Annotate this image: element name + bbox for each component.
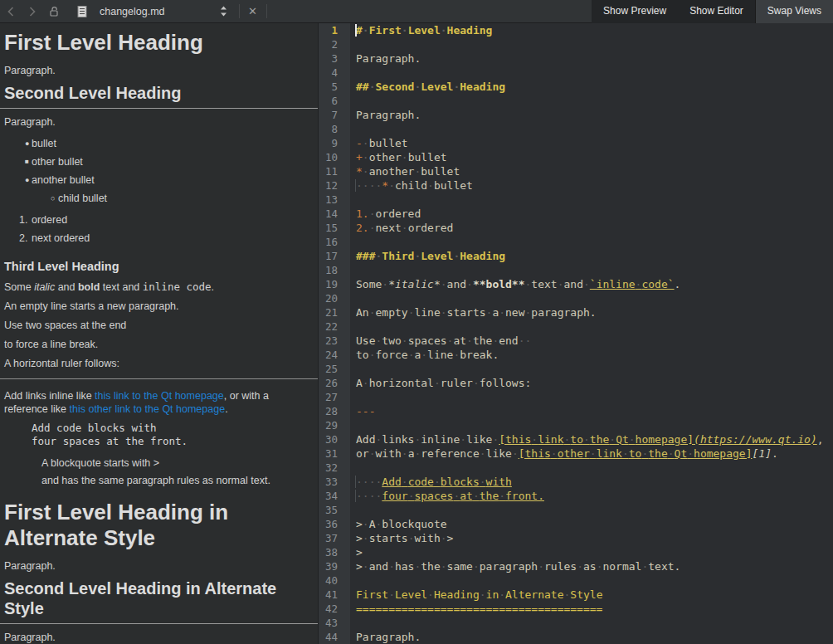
editor-line[interactable]: 19Some·*italic*·and·**bold**·text·and·`i…	[319, 277, 833, 291]
editor-line[interactable]: 40	[319, 573, 833, 588]
show-editor-button[interactable]: Show Editor	[678, 0, 755, 23]
editor-line[interactable]: 7Paragraph.	[319, 108, 833, 122]
editor-line[interactable]: 10+·other·bullet	[319, 150, 833, 164]
editor-line-text[interactable]	[350, 461, 833, 475]
back-icon[interactable]	[0, 0, 22, 22]
preview-link[interactable]: this other link to the Qt homepage	[70, 403, 226, 415]
editor-line[interactable]: 33····Add·code·blocks·with	[319, 475, 833, 489]
editor-line-text[interactable]: to·force·a·line·break.	[350, 348, 833, 362]
editor-line[interactable]: 8	[319, 122, 833, 136]
editor-line[interactable]: 28---	[319, 404, 833, 418]
editor-line[interactable]: 42======================================	[319, 602, 833, 616]
editor-line-text[interactable]: +·other·bullet	[350, 150, 833, 164]
editor-line-text[interactable]: >	[350, 545, 833, 559]
editor-line[interactable]: 24to·force·a·line·break.	[319, 348, 833, 362]
forward-icon[interactable]	[22, 0, 43, 22]
show-preview-button[interactable]: Show Preview	[592, 0, 678, 23]
editor-line-text[interactable]	[350, 193, 833, 207]
editor-line-text[interactable]: or·with·a·reference·like·[this·other·lin…	[350, 446, 833, 461]
preview-link[interactable]: this link to the Qt homepage	[95, 390, 224, 402]
editor-line-text[interactable]: >·and·has·the·same·paragraph·rules·as·no…	[350, 559, 833, 573]
editor-line-text[interactable]: #·First·Level·Heading	[350, 23, 833, 37]
editor-line[interactable]: 25	[319, 362, 833, 376]
editor-line[interactable]: 43	[319, 616, 833, 630]
editor-line-text[interactable]	[350, 235, 833, 249]
editor-line[interactable]: 23Use·two·spaces·at·the·end··	[319, 334, 833, 348]
tab-filename[interactable]: changelog.md	[100, 6, 165, 17]
editor-line-text[interactable]: Use·two·spaces·at·the·end··	[350, 334, 833, 348]
editor-line[interactable]: 31or·with·a·reference·like·[this·other·l…	[319, 446, 833, 461]
editor-line-text[interactable]: ##·Second·Level·Heading	[350, 80, 833, 94]
editor-line-text[interactable]: ····four·spaces·at·the·front.	[350, 489, 833, 503]
editor-line-text[interactable]: Add·links·inline·like·[this·link·to·the·…	[350, 432, 833, 446]
editor-line[interactable]: 3Paragraph.	[319, 51, 833, 66]
editor-line-text[interactable]: Some·*italic*·and·**bold**·text·and·`inl…	[350, 277, 833, 291]
editor-line-text[interactable]	[350, 390, 833, 404]
editor-line-text[interactable]: ····Add·code·blocks·with	[350, 475, 833, 489]
editor-line[interactable]: 21An·empty·line·starts·a·new·paragraph.	[319, 305, 833, 320]
editor-line-text[interactable]	[350, 362, 833, 376]
editor-line[interactable]: 141.·ordered	[319, 207, 833, 221]
swap-views-button[interactable]: Swap Views	[755, 0, 833, 23]
close-icon[interactable]: ✕	[244, 5, 262, 17]
editor-line[interactable]: 35	[319, 503, 833, 517]
editor-line[interactable]: 152.·next·ordered	[319, 221, 833, 235]
editor-line-text[interactable]	[350, 291, 833, 305]
markdown-preview-pane[interactable]: First Level HeadingParagraph.Second Leve…	[0, 23, 319, 644]
editor-line-text[interactable]: -·bullet	[350, 136, 833, 150]
editor-line-text[interactable]: >·starts·with·>	[350, 531, 833, 545]
editor-line[interactable]: 12····*·child·bullet	[319, 178, 833, 193]
editor-line[interactable]: 44Paragraph.	[319, 630, 833, 644]
editor-line-text[interactable]: 1.·ordered	[350, 207, 833, 221]
editor-line[interactable]: 34····four·spaces·at·the·front.	[319, 489, 833, 503]
editor-line-text[interactable]: 2.·next·ordered	[350, 221, 833, 235]
markdown-editor-pane[interactable]: 1#·First·Level·Heading23Paragraph.45##·S…	[319, 23, 833, 644]
editor-line-text[interactable]: ····*·child·bullet	[350, 178, 833, 193]
editor-line-text[interactable]: *·another·bullet	[350, 164, 833, 178]
editor-line-text[interactable]: Paragraph.	[350, 51, 833, 66]
editor-line[interactable]: 32	[319, 461, 833, 475]
editor-line[interactable]: 26A·horizontal·ruler·follows:	[319, 376, 833, 390]
editor-line-text[interactable]: An·empty·line·starts·a·new·paragraph.	[350, 305, 833, 320]
editor-line-text[interactable]	[350, 122, 833, 136]
editor-line[interactable]: 36>·A·blockquote	[319, 517, 833, 531]
editor-line-text[interactable]	[350, 66, 833, 80]
editor-line[interactable]: 16	[319, 235, 833, 249]
editor-line-text[interactable]: ======================================	[350, 602, 833, 616]
editor-line[interactable]: 18	[319, 263, 833, 277]
editor-line[interactable]: 5##·Second·Level·Heading	[319, 80, 833, 94]
editor-line-text[interactable]: ---	[350, 404, 833, 418]
editor-line-text[interactable]	[350, 263, 833, 277]
editor-line-text[interactable]: >·A·blockquote	[350, 517, 833, 531]
editor-line[interactable]: 37>·starts·with·>	[319, 531, 833, 545]
editor-line[interactable]: 29	[319, 418, 833, 432]
editor-line-text[interactable]: A·horizontal·ruler·follows:	[350, 376, 833, 390]
editor-line-text[interactable]	[350, 94, 833, 108]
editor-line[interactable]: 11*·another·bullet	[319, 164, 833, 178]
editor-line[interactable]: 9-·bullet	[319, 136, 833, 150]
editor-line[interactable]: 1#·First·Level·Heading	[319, 23, 833, 37]
editor-line[interactable]: 20	[319, 291, 833, 305]
editor-line[interactable]: 13	[319, 193, 833, 207]
editor-line[interactable]: 38>	[319, 545, 833, 559]
editor-line-text[interactable]: Paragraph.	[350, 108, 833, 122]
editor-line-text[interactable]: Paragraph.	[350, 630, 833, 644]
editor-line[interactable]: 27	[319, 390, 833, 404]
editor-line[interactable]: 30Add·links·inline·like·[this·link·to·th…	[319, 432, 833, 446]
editor-line-text[interactable]	[350, 503, 833, 517]
editor-line-text[interactable]	[350, 37, 833, 51]
editor-line[interactable]: 41First·Level·Heading·in·Alternate·Style	[319, 588, 833, 602]
editor-line[interactable]: 39>·and·has·the·same·paragraph·rules·as·…	[319, 559, 833, 573]
unlock-icon[interactable]	[43, 0, 65, 22]
editor-line[interactable]: 4	[319, 66, 833, 80]
editor-line-text[interactable]	[350, 320, 833, 334]
editor-line[interactable]: 2	[319, 37, 833, 51]
editor-line[interactable]: 17###·Third·Level·Heading	[319, 249, 833, 263]
editor-line[interactable]: 6	[319, 94, 833, 108]
split-updown-icon[interactable]	[213, 0, 235, 22]
editor-line-text[interactable]: First·Level·Heading·in·Alternate·Style	[350, 588, 833, 602]
editor-line-text[interactable]	[350, 573, 833, 588]
editor-line-text[interactable]	[350, 418, 833, 432]
editor-line-text[interactable]	[350, 616, 833, 630]
editor-line[interactable]: 22	[319, 320, 833, 334]
